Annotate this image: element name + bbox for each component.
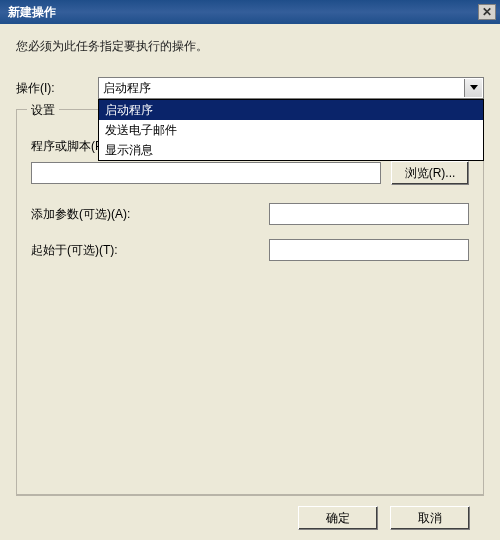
dialog-footer: 确定 取消 <box>16 495 484 540</box>
startin-row: 起始于(可选)(T): <box>31 239 469 261</box>
action-select[interactable]: 启动程序 启动程序 发送电子邮件 显示消息 <box>98 77 484 99</box>
program-row: 浏览(R)... <box>31 161 469 185</box>
ok-button[interactable]: 确定 <box>298 506 378 530</box>
cancel-button[interactable]: 取消 <box>390 506 470 530</box>
dropdown-option-send-email[interactable]: 发送电子邮件 <box>99 120 483 140</box>
dialog-body: 您必须为此任务指定要执行的操作。 操作(I): 启动程序 启动程序 发送电子邮件… <box>0 24 500 540</box>
dropdown-option-show-message[interactable]: 显示消息 <box>99 140 483 160</box>
instruction-text: 您必须为此任务指定要执行的操作。 <box>16 38 484 55</box>
window-title: 新建操作 <box>8 4 56 21</box>
close-button[interactable]: ✕ <box>478 4 496 20</box>
dropdown-option-start-program[interactable]: 启动程序 <box>99 100 483 120</box>
dropdown-arrow-button[interactable] <box>464 79 482 97</box>
args-row: 添加参数(可选)(A): <box>31 203 469 225</box>
titlebar: 新建操作 ✕ <box>0 0 500 24</box>
action-select-display[interactable]: 启动程序 <box>98 77 484 99</box>
startin-input[interactable] <box>269 239 469 261</box>
browse-button[interactable]: 浏览(R)... <box>391 161 469 185</box>
settings-group-title: 设置 <box>27 102 59 119</box>
program-input[interactable] <box>31 162 381 184</box>
settings-group: 设置 程序或脚本(P): 浏览(R)... 添加参数(可选)(A): 起始于(可… <box>16 109 484 495</box>
startin-label: 起始于(可选)(T): <box>31 242 269 259</box>
close-icon: ✕ <box>482 5 492 19</box>
action-label: 操作(I): <box>16 80 98 97</box>
action-row: 操作(I): 启动程序 启动程序 发送电子邮件 显示消息 <box>16 77 484 99</box>
args-input[interactable] <box>269 203 469 225</box>
chevron-down-icon <box>470 85 478 91</box>
args-label: 添加参数(可选)(A): <box>31 206 269 223</box>
action-dropdown-list: 启动程序 发送电子邮件 显示消息 <box>98 99 484 161</box>
action-selected-value: 启动程序 <box>103 80 151 97</box>
